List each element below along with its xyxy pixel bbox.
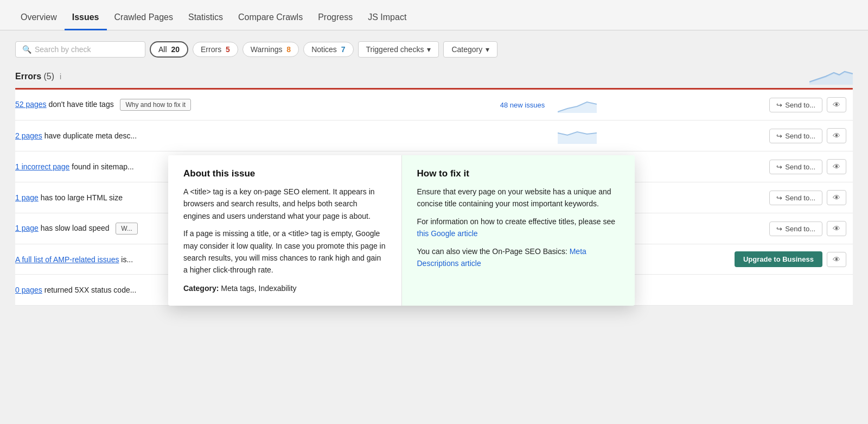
nav-item-statistics[interactable]: Statistics [181, 4, 231, 30]
top-navigation: Overview Issues Crawled Pages Statistics… [0, 0, 868, 30]
page-link[interactable]: 52 pages [15, 100, 47, 109]
nav-item-crawled-pages[interactable]: Crawled Pages [107, 4, 181, 30]
send-to-button[interactable]: ↪ Send to... [769, 222, 822, 236]
row-text: has slow load speed [41, 224, 110, 232]
nav-item-js-impact[interactable]: JS Impact [360, 4, 414, 30]
page-link[interactable]: 1 page [15, 224, 39, 232]
row-actions-cell: ↪ Send to... 👁 [603, 90, 853, 121]
eye-button[interactable]: 👁 [827, 190, 846, 205]
nav-item-issues[interactable]: Issues [65, 4, 107, 30]
sparkline-cell [551, 121, 603, 151]
row-actions-cell: Upgrade to Business 👁 [603, 244, 853, 275]
filter-bar: 🔍 Search by check All 20 Errors 5 Warnin… [15, 41, 853, 58]
eye-button[interactable]: 👁 [827, 252, 846, 267]
row-actions-cell: ↪ Send to... 👁 [603, 121, 853, 151]
send-icon: ↪ [776, 132, 782, 140]
nav-item-overview[interactable]: Overview [13, 4, 65, 30]
send-icon: ↪ [776, 101, 782, 109]
popup-fix-text3: You can also view the On-Page SEO Basics… [417, 245, 620, 270]
row-actions-cell [603, 275, 853, 306]
new-issues-badge: 48 new issues [500, 101, 545, 109]
filter-notices-button[interactable]: Notices 7 [303, 42, 353, 57]
row-actions-cell: ↪ Send to... 👁 [603, 213, 853, 244]
eye-icon: 👁 [833, 255, 840, 264]
page-link[interactable]: 0 pages [15, 286, 42, 294]
popup-about-title: About this issue [183, 168, 386, 179]
page-link[interactable]: 1 page [15, 193, 39, 202]
eye-icon: 👁 [833, 100, 840, 109]
popup-about-text1: A <title> tag is a key on-page SEO eleme… [183, 186, 386, 222]
popup-fix-panel: How to fix it Ensure that every page on … [402, 155, 635, 306]
eye-button[interactable]: 👁 [827, 159, 846, 174]
send-icon: ↪ [776, 194, 782, 202]
search-icon: 🔍 [22, 45, 31, 54]
send-to-button[interactable]: ↪ Send to... [769, 191, 822, 205]
sparkline-cell [551, 90, 603, 121]
eye-icon: 👁 [833, 193, 840, 202]
svg-marker-1 [558, 102, 597, 113]
category-dropdown[interactable]: Category ▾ [443, 41, 497, 58]
filter-errors-button[interactable]: Errors 5 [193, 42, 238, 57]
eye-icon: 👁 [833, 131, 840, 140]
send-to-button[interactable]: ↪ Send to... [769, 98, 822, 112]
popup-fix-text2: For information on how to create effecti… [417, 216, 620, 240]
eye-button[interactable]: 👁 [827, 128, 846, 143]
svg-marker-2 [558, 132, 597, 144]
triggered-checks-dropdown[interactable]: Triggered checks ▾ [358, 41, 439, 58]
table-row: 52 pages don't have title tags Why and h… [15, 90, 853, 121]
row-text: found in sitemap... [72, 162, 133, 171]
errors-section-title: Errors (5) [15, 72, 54, 81]
filter-warnings-button[interactable]: Warnings 8 [242, 42, 299, 57]
search-box[interactable]: 🔍 Search by check [15, 41, 145, 58]
send-icon: ↪ [776, 163, 782, 171]
search-placeholder: Search by check [35, 45, 91, 54]
upgrade-to-business-button[interactable]: Upgrade to Business [735, 251, 822, 267]
chevron-down-icon: ▾ [427, 45, 431, 54]
errors-section-header: Errors (5) i [15, 68, 853, 85]
nav-item-compare-crawls[interactable]: Compare Crawls [231, 4, 310, 30]
main-content: 🔍 Search by check All 20 Errors 5 Warnin… [0, 30, 868, 424]
popup-fix-text1: Ensure that every page on your website h… [417, 186, 620, 210]
row-actions-cell: ↪ Send to... 👁 [603, 151, 853, 182]
popup-about-text2: If a page is missing a title, or a <titl… [183, 227, 386, 276]
row-text: have duplicate meta desc... [44, 131, 137, 140]
eye-icon: 👁 [833, 162, 840, 171]
popup-category: Category: Meta tags, Indexability [183, 284, 386, 293]
errors-sparkline-header [809, 68, 853, 85]
eye-button[interactable]: 👁 [827, 97, 846, 112]
google-article-link[interactable]: this Google article [417, 229, 478, 238]
send-to-button[interactable]: ↪ Send to... [769, 160, 822, 174]
filter-all-button[interactable]: All 20 [150, 41, 188, 58]
send-to-button[interactable]: ↪ Send to... [769, 129, 822, 143]
eye-button[interactable]: 👁 [827, 221, 846, 236]
popup-about-panel: About this issue A <title> tag is a key … [168, 155, 402, 306]
issue-popup: About this issue A <title> tag is a key … [168, 155, 635, 306]
popup-fix-title: How to fix it [417, 168, 620, 179]
nav-item-progress[interactable]: Progress [310, 4, 360, 30]
send-icon: ↪ [776, 225, 782, 233]
eye-icon: 👁 [833, 224, 840, 233]
why-fix-button[interactable]: Why and how to fix it [120, 99, 191, 111]
row-text: returned 5XX status code... [44, 286, 137, 294]
page-link[interactable]: 1 incorrect page [15, 162, 69, 171]
table-row: 2 pages have duplicate meta desc... ↪ Se… [15, 121, 853, 151]
page-link[interactable]: A full list of AMP-related issues [15, 255, 119, 264]
row-text: don't have title tags [49, 100, 114, 109]
row-actions-cell: ↪ Send to... 👁 [603, 182, 853, 213]
why-fix-button[interactable]: W... [116, 223, 138, 235]
info-icon[interactable]: i [60, 72, 61, 81]
chevron-down-icon: ▾ [486, 45, 489, 54]
row-text: has too large HTML size [41, 193, 123, 202]
page-link[interactable]: 2 pages [15, 131, 42, 140]
row-text: is... [121, 255, 133, 264]
